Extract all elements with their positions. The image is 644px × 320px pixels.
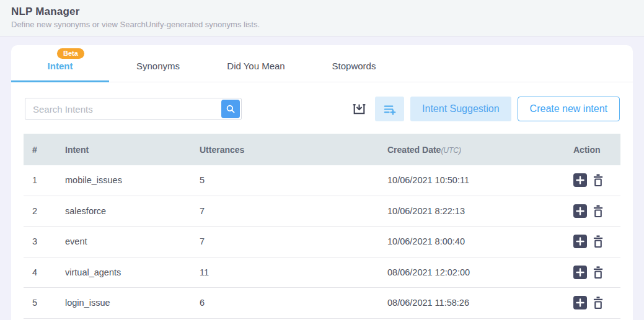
download-button[interactable] (351, 101, 367, 117)
add-utterance-button[interactable] (573, 173, 587, 187)
trash-icon (592, 235, 604, 248)
table-row: 5 login_issue 6 08/06/2021 11:58:26 (24, 288, 620, 319)
cell-created-date: 10/06/2021 10:50:11 (379, 175, 565, 185)
intents-table: # Intent Utterances Created Date(UTC) Ac… (24, 134, 620, 319)
playlist-add-icon (382, 102, 397, 116)
delete-intent-button[interactable] (592, 296, 604, 309)
cell-intent: virtual_agents (56, 267, 191, 277)
tab-stopwords-label: Stopwords (332, 61, 376, 71)
cell-created-date: 08/06/2021 11:58:26 (379, 298, 565, 308)
plus-icon (573, 173, 587, 187)
tab-did-you-mean-label: Did You Mean (227, 61, 285, 71)
header-created-date: Created Date(UTC) (379, 145, 565, 155)
delete-intent-button[interactable] (592, 173, 604, 187)
cell-utterances: 6 (191, 298, 379, 308)
download-icon (351, 101, 367, 117)
tab-bar: Beta Intent Synonyms Did You Mean Stopwo… (11, 45, 633, 82)
search-input[interactable] (25, 104, 221, 115)
cell-action (565, 204, 620, 218)
cell-intent: mobile_issues (56, 175, 191, 185)
create-new-intent-button[interactable]: Create new intent (518, 97, 620, 121)
search-button[interactable] (221, 100, 240, 118)
plus-icon (573, 204, 587, 218)
table-row: 2 salesforce 7 10/06/2021 8:22:13 (24, 196, 620, 227)
trash-icon (592, 204, 604, 218)
plus-icon (573, 296, 587, 309)
page-subtitle: Define new synonyms or view SearchUnify-… (11, 20, 633, 29)
intent-suggestion-button[interactable]: Intent Suggestion (410, 97, 511, 121)
plus-icon (573, 235, 587, 248)
cell-index: 4 (24, 267, 56, 277)
table-row: 1 mobile_issues 5 10/06/2021 10:50:11 (24, 165, 620, 196)
cell-action (565, 296, 620, 309)
table-row: 4 virtual_agents 11 08/06/2021 12:02:00 (24, 257, 620, 288)
header-utterances: Utterances (191, 145, 379, 155)
toolbar: Intent Suggestion Create new intent (11, 82, 633, 121)
cell-action (565, 266, 620, 279)
beta-badge: Beta (57, 48, 84, 59)
tab-synonyms-label: Synonyms (136, 61, 180, 71)
trash-icon (592, 296, 604, 309)
add-utterance-button[interactable] (573, 204, 587, 218)
header-intent: Intent (56, 145, 191, 155)
cell-index: 2 (24, 206, 56, 216)
header-index: # (24, 145, 56, 155)
add-utterance-button[interactable] (573, 235, 587, 248)
trash-icon (592, 266, 604, 279)
plus-icon (573, 266, 587, 279)
cell-index: 3 (24, 236, 56, 246)
cell-utterances: 5 (191, 175, 379, 185)
tab-synonyms[interactable]: Synonyms (109, 45, 207, 82)
table-body: 1 mobile_issues 5 10/06/2021 10:50:11 (24, 165, 620, 319)
cell-intent: salesforce (56, 206, 191, 216)
toolbar-actions: Intent Suggestion Create new intent (351, 97, 620, 121)
header-created-utc: (UTC) (441, 146, 461, 155)
page-title: NLP Manager (11, 6, 633, 18)
delete-intent-button[interactable] (592, 266, 604, 279)
cell-intent: event (56, 236, 191, 246)
cell-intent: login_issue (56, 298, 191, 308)
search-icon (225, 103, 236, 115)
search-box (25, 98, 242, 120)
cell-created-date: 10/06/2021 8:22:13 (379, 206, 565, 216)
cell-utterances: 11 (191, 267, 379, 277)
cell-action (565, 235, 620, 248)
content-card: Beta Intent Synonyms Did You Mean Stopwo… (11, 45, 633, 320)
add-utterance-button[interactable] (573, 296, 587, 309)
cell-utterances: 7 (191, 236, 379, 246)
cell-action (565, 173, 620, 187)
cell-index: 1 (24, 175, 56, 185)
trash-icon (592, 173, 604, 187)
delete-intent-button[interactable] (592, 204, 604, 218)
cell-created-date: 08/06/2021 12:02:00 (379, 267, 565, 277)
table-header-row: # Intent Utterances Created Date(UTC) Ac… (24, 134, 620, 165)
table-row: 3 event 7 10/06/2021 8:00:40 (24, 227, 620, 257)
cell-index: 5 (24, 298, 56, 308)
delete-intent-button[interactable] (592, 235, 604, 248)
tab-intent[interactable]: Beta Intent (11, 45, 109, 82)
page-header: NLP Manager Define new synonyms or view … (0, 0, 644, 37)
cell-utterances: 7 (191, 206, 379, 216)
add-utterance-button[interactable] (573, 266, 587, 279)
add-to-list-button[interactable] (375, 97, 404, 121)
cell-created-date: 10/06/2021 8:00:40 (379, 236, 565, 246)
header-action: Action (565, 145, 620, 155)
tab-intent-label: Intent (48, 61, 73, 71)
tab-stopwords[interactable]: Stopwords (305, 45, 403, 82)
tab-did-you-mean[interactable]: Did You Mean (207, 45, 305, 82)
